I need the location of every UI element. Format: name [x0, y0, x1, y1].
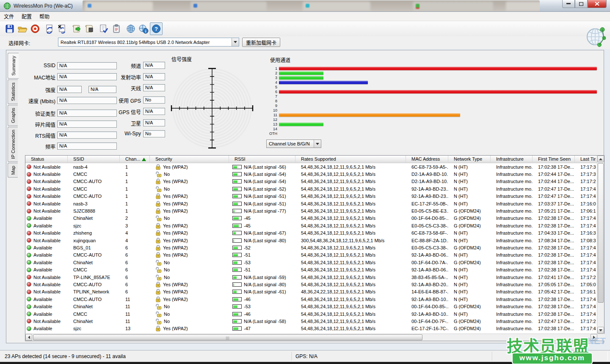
signal-level-icon	[232, 216, 242, 220]
cell-mac: 92-1A-A9-BD-20...	[406, 282, 448, 287]
field-label: 发射功率	[73, 74, 141, 81]
stop-export-icon	[84, 24, 94, 34]
cell-rssi: -46	[229, 297, 295, 302]
table-row[interactable]: Not AvailableCMCC-AUTO1Yes (WPA2)N/A (La…	[25, 178, 598, 185]
cell-security: No	[150, 186, 229, 192]
table-row[interactable]: AvailableChinaNet11No-5354,48,36,24,18,1…	[25, 303, 598, 310]
table-row[interactable]: Not AvailableCMCC1NoN/A (Last signal -54…	[25, 170, 598, 178]
minimize-button[interactable]	[562, 0, 575, 8]
cell-first: 17:02:38 17-De...	[533, 252, 575, 257]
cell-first: 17:05:42 17-De...	[533, 289, 575, 294]
cell-first: 17:02:38 17-De...	[533, 304, 575, 309]
horizontal-scroll-thumb[interactable]	[33, 334, 422, 340]
save-button[interactable]	[3, 22, 16, 35]
cell-net: N (HT)	[448, 238, 491, 243]
table-row[interactable]: Not AvailableSJZC88881Yes (WPA2)N/A (Las…	[25, 207, 598, 214]
cell-net: N (HT)	[448, 164, 491, 170]
close-button[interactable]	[588, 0, 607, 8]
cell-security: Yes (WPA2)	[150, 208, 229, 214]
table-row[interactable]: Not AvailableCMCC-AUTO6Yes (WPA2)N/A (La…	[25, 281, 598, 288]
menu-item-帮助[interactable]: 帮助	[36, 11, 53, 21]
menu-item-配置[interactable]: 配置	[18, 11, 36, 21]
cell-status: Not Available	[25, 172, 68, 177]
column-header-ssid[interactable]: SSID	[68, 156, 120, 163]
cell-last: 17:17:4	[575, 216, 598, 221]
cell-mac: 92-1A-A9-BD-10...	[406, 297, 448, 302]
scroll-down-button[interactable]	[597, 327, 604, 334]
run-export-button[interactable]	[70, 22, 83, 35]
table-row[interactable]: Not AvailableCMCC1NoN/A (Last signal -52…	[25, 185, 598, 192]
column-header-rates[interactable]: Rates Supported	[295, 156, 406, 163]
edit-check-button[interactable]	[97, 22, 110, 35]
scroll-left-button[interactable]	[25, 334, 32, 341]
help-button[interactable]: ?	[150, 22, 163, 35]
cell-channel: 11	[120, 319, 150, 324]
table-row[interactable]: Availablesjzc3Yes (WPA2)-4554,48,36,24,1…	[25, 222, 598, 229]
cell-rssi: -47	[229, 326, 295, 331]
status-unavailable-icon	[27, 319, 31, 323]
cell-rates: 54,48,36,24,18,12,11,9,6,5,2,1 Mb/s	[295, 275, 406, 280]
column-header-rssi[interactable]: RSSI	[229, 156, 295, 163]
adapter-select[interactable]: Realtek RTL8187 Wireless 802.11b/g 54Mbp…	[58, 38, 239, 47]
channel-row-6: 6	[265, 90, 601, 94]
table-row[interactable]: Not AvailableChinaNet11NoN/A (Last signa…	[25, 317, 598, 325]
table-row[interactable]: Not Availablexujingquan4Yes (WPA2)N/A (L…	[25, 237, 598, 244]
cell-infra: Infrastructure mo...	[491, 260, 533, 265]
field-value: No	[143, 96, 165, 104]
cell-channel: 6	[120, 245, 150, 250]
column-header-first[interactable]: First Time Seen	[533, 156, 575, 163]
cell-net: G (OFDM24)	[448, 216, 491, 221]
vertical-scroll-thumb[interactable]	[598, 163, 604, 303]
column-header-infra[interactable]: Infrastructure	[491, 156, 533, 163]
column-header-status[interactable]: Status	[25, 156, 68, 163]
open-folder-button[interactable]	[16, 22, 29, 35]
cell-status: Available	[25, 216, 68, 221]
table-row[interactable]: Not AvailableTP-LINK_855A7E6NoN/A (Last …	[25, 274, 598, 281]
reload-adapter-button[interactable]: 重新加载网卡	[242, 38, 280, 47]
table-row[interactable]: Not AvailableCMCC-AUTO1Yes (WPA2)N/A (La…	[25, 193, 598, 200]
cell-status: Available	[25, 312, 68, 317]
cell-net: N (HT)	[448, 201, 491, 206]
table-row[interactable]: AvailableCMCC-AUTO11Yes (WPA2)-4654,48,3…	[25, 296, 598, 303]
channel-label: 11	[266, 113, 277, 118]
table-row[interactable]: AvailableCMCC6No-5154,48,36,24,18,12,11,…	[25, 266, 598, 273]
table-row[interactable]: Not Availablenasb-31Yes (WPA2)N/A (Last …	[25, 200, 598, 207]
status-unavailable-icon	[27, 275, 31, 279]
cell-rates: 54,48,36,24,18,12,11,9,6,5,2,1 Mb/s	[295, 252, 406, 257]
column-header-last[interactable]: Last Tir	[575, 156, 598, 163]
status-available-icon	[27, 312, 31, 316]
chevron-down-icon[interactable]	[314, 140, 321, 148]
column-header-security[interactable]: Security	[150, 156, 229, 163]
table-row[interactable]: AvailableCMCC-AUTO6Yes (WPA2)-5154,48,36…	[25, 252, 598, 259]
table-row[interactable]: Availablesjzc13Yes (WPA2)-4754,48,36,24,…	[25, 325, 598, 332]
table-row[interactable]: Not Availablezhisheng4Yes (WPA2)N/A (Las…	[25, 230, 598, 237]
column-header-channel[interactable]: Chan...	[120, 156, 150, 163]
column-header-mac[interactable]: MAC Address	[406, 156, 448, 163]
vertical-scrollbar[interactable]	[597, 156, 604, 334]
cell-status: Not Available	[25, 319, 68, 324]
scroll-up-button[interactable]	[597, 156, 604, 162]
chevron-down-icon[interactable]	[232, 38, 239, 46]
field-label: 卫星	[73, 120, 141, 127]
column-header-net[interactable]: Network Type	[448, 156, 491, 163]
table-row[interactable]: AvailableBGS_016Yes (WPA2)-5254,48,36,24…	[25, 244, 598, 251]
table-row[interactable]: Not AvailableTPLINK_Network6Yes (WPA2)N/…	[25, 288, 598, 296]
table-row[interactable]: Not Availablenasb-41Yes (WPA2)N/A (Last …	[25, 163, 598, 170]
table-row[interactable]: AvailableCMCC11No-4654,48,36,24,18,12,11…	[25, 310, 598, 317]
lock-open-icon	[155, 186, 162, 192]
run-export-icon	[72, 24, 82, 34]
channel-mode-select[interactable]: Channel Use B/G/N	[266, 140, 321, 148]
target-button[interactable]	[29, 22, 41, 35]
maximize-button[interactable]	[575, 0, 588, 8]
clipboard-report-button[interactable]	[110, 22, 123, 35]
cell-security: No	[150, 215, 229, 221]
table-row[interactable]: AvailableChinaNet6No-5354,48,36,24,18,12…	[25, 259, 598, 266]
cancel-page-button[interactable]	[56, 22, 69, 35]
refresh-page-button[interactable]	[43, 22, 56, 35]
cell-rssi: N/A (Last signal -77)	[229, 208, 295, 213]
globe-info-button[interactable]: i	[137, 22, 150, 35]
table-row[interactable]: AvailableChinaNet2No-4554,48,36,24,18,12…	[25, 215, 598, 222]
stop-export-button[interactable]	[83, 22, 96, 35]
globe-button[interactable]	[124, 22, 137, 35]
menu-item-文件[interactable]: 文件	[0, 11, 18, 21]
